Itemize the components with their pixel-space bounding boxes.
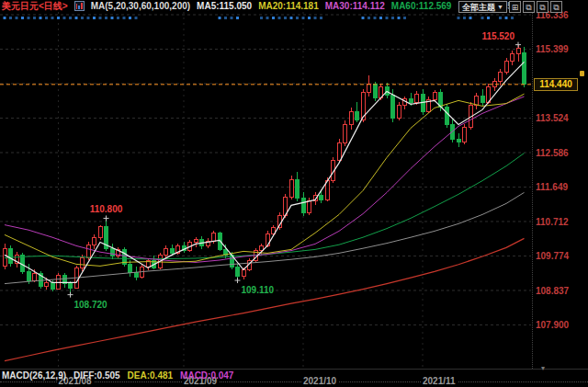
candle-body[interactable]: [45, 282, 49, 286]
news-marker-dot[interactable]: [87, 17, 90, 19]
news-marker-dot[interactable]: [487, 17, 490, 19]
news-marker-dot[interactable]: [314, 17, 317, 19]
news-marker-dot[interactable]: [105, 17, 107, 19]
candle-body[interactable]: [134, 273, 138, 278]
candle-body[interactable]: [51, 282, 54, 289]
candle-body[interactable]: [337, 142, 341, 160]
candle-body[interactable]: [33, 273, 37, 280]
news-marker-dot[interactable]: [93, 17, 96, 19]
news-marker-dot[interactable]: [469, 17, 472, 19]
news-marker-dot[interactable]: [51, 17, 54, 19]
candle-body[interactable]: [373, 84, 377, 97]
news-marker-dot[interactable]: [69, 17, 72, 19]
news-marker-dot[interactable]: [379, 17, 382, 19]
news-marker-dot[interactable]: [28, 17, 30, 19]
candle-body[interactable]: [242, 269, 245, 276]
candle-body[interactable]: [301, 198, 305, 212]
candle-body[interactable]: [296, 179, 300, 198]
candle-body[interactable]: [368, 84, 371, 92]
candle-body[interactable]: [475, 97, 479, 106]
candle-body[interactable]: [3, 248, 6, 266]
news-marker-dot[interactable]: [266, 17, 269, 19]
news-marker-dot[interactable]: [308, 17, 311, 19]
news-marker-dot[interactable]: [9, 17, 12, 19]
news-marker-dot[interactable]: [505, 17, 508, 19]
candle-body[interactable]: [356, 111, 359, 120]
candle-body[interactable]: [391, 95, 395, 118]
news-marker-dot[interactable]: [278, 17, 281, 19]
candle-body[interactable]: [499, 72, 503, 81]
news-marker-dot[interactable]: [219, 17, 221, 19]
pane-resize-icon[interactable]: ▾: [541, 364, 545, 372]
news-marker-dot[interactable]: [296, 17, 299, 19]
candlestick-chart[interactable]: 110.800108.720109.110115.520: [0, 12, 588, 369]
news-marker-dot[interactable]: [45, 17, 48, 19]
news-marker-dot[interactable]: [272, 17, 275, 19]
candle-body[interactable]: [397, 105, 401, 118]
news-marker-dot[interactable]: [40, 17, 42, 19]
candle-body[interactable]: [289, 179, 293, 197]
news-marker-dot[interactable]: [320, 17, 322, 19]
news-marker-dot[interactable]: [81, 17, 84, 19]
news-marker-dot[interactable]: [499, 17, 502, 19]
candle-body[interactable]: [308, 200, 311, 212]
window-restore-icon-3[interactable]: ⧉: [550, 1, 562, 13]
news-marker-dot[interactable]: [374, 17, 377, 19]
candle-body[interactable]: [110, 248, 114, 256]
news-marker-dot[interactable]: [368, 17, 370, 19]
news-marker-dot[interactable]: [111, 17, 114, 19]
news-marker-dot[interactable]: [117, 17, 119, 19]
news-marker-dot[interactable]: [302, 17, 305, 19]
news-marker-dot[interactable]: [398, 17, 401, 19]
candle-body[interactable]: [81, 258, 85, 268]
news-marker-dot[interactable]: [386, 17, 389, 19]
candle-body[interactable]: [122, 249, 126, 264]
news-marker-dot[interactable]: [511, 17, 514, 19]
candle-body[interactable]: [86, 245, 90, 257]
news-marker-dot[interactable]: [224, 17, 227, 19]
candle-body[interactable]: [344, 124, 347, 142]
news-marker-dot[interactable]: [21, 17, 24, 19]
candle-body[interactable]: [164, 248, 168, 255]
news-marker-dot[interactable]: [362, 17, 365, 19]
candle-body[interactable]: [463, 127, 467, 142]
candle-body[interactable]: [320, 196, 323, 200]
news-marker-dot[interactable]: [284, 17, 287, 19]
candle-body[interactable]: [511, 53, 514, 61]
candle-body[interactable]: [69, 284, 73, 289]
candle-body[interactable]: [445, 108, 448, 125]
news-marker-dot[interactable]: [135, 17, 138, 19]
kline-indicator-icon[interactable]: [74, 1, 85, 11]
candle-body[interactable]: [93, 237, 96, 245]
news-marker-dot[interactable]: [63, 17, 66, 19]
themes-dropdown[interactable]: 全部主题 ▼: [458, 1, 507, 13]
candle-body[interactable]: [433, 93, 436, 100]
news-marker-dot[interactable]: [463, 17, 466, 19]
candle-body[interactable]: [523, 52, 526, 84]
news-marker-dot[interactable]: [458, 17, 460, 19]
news-marker-dot[interactable]: [75, 17, 78, 19]
candle-body[interactable]: [194, 240, 198, 243]
candle-body[interactable]: [9, 248, 13, 263]
news-marker-dot[interactable]: [99, 17, 102, 19]
candle-body[interactable]: [481, 97, 484, 103]
candle-body[interactable]: [212, 233, 216, 241]
news-marker-dot[interactable]: [129, 17, 131, 19]
news-marker-dot[interactable]: [236, 17, 239, 19]
candle-body[interactable]: [457, 139, 460, 142]
news-marker-dot[interactable]: [57, 17, 60, 19]
candle-body[interactable]: [415, 94, 419, 102]
candle-body[interactable]: [170, 248, 174, 253]
price-alert-icon[interactable]: [580, 71, 584, 76]
candle-body[interactable]: [27, 271, 30, 280]
news-marker-dot[interactable]: [260, 17, 263, 19]
candle-body[interactable]: [129, 264, 132, 273]
candle-body[interactable]: [516, 49, 520, 54]
layout-grid-icon[interactable]: ⊞: [509, 1, 521, 13]
window-restore-icon-2[interactable]: ⧉: [537, 1, 548, 13]
candle-body[interactable]: [409, 98, 413, 102]
news-marker-dot[interactable]: [290, 17, 293, 19]
candle-body[interactable]: [98, 226, 102, 237]
window-restore-icon-1[interactable]: ⧉: [523, 1, 535, 13]
candle-body[interactable]: [57, 275, 61, 289]
